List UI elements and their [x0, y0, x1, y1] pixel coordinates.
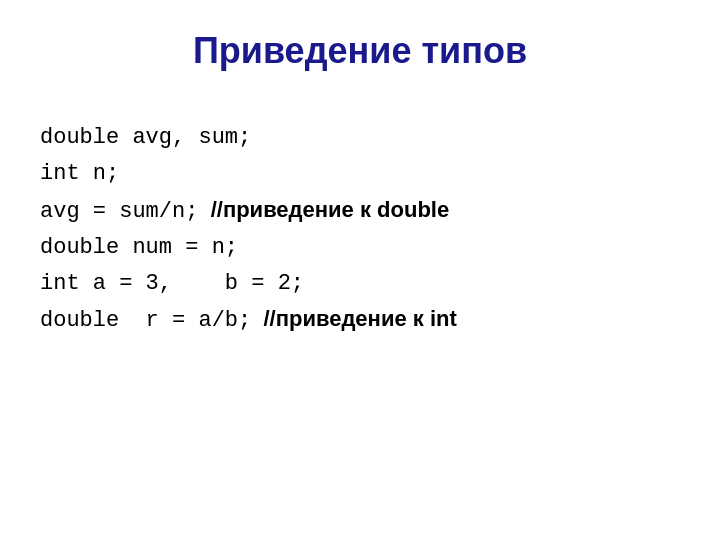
code-comment-6: //приведение к int: [251, 303, 457, 335]
slide-title: Приведение типов: [40, 30, 680, 72]
code-mono-4: double num = n;: [40, 232, 238, 264]
slide: Приведение типов double avg, sum; int n;…: [0, 0, 720, 540]
code-line-5: int a = 3, b = 2;: [40, 268, 457, 300]
code-line-6: double r = a/b; //приведение к int: [40, 303, 457, 337]
code-line-3: avg = sum/n; //приведение к double: [40, 194, 457, 228]
code-mono-2: int n;: [40, 158, 119, 190]
code-line-2: int n;: [40, 158, 457, 190]
code-comment-3: //приведение к double: [198, 194, 449, 226]
code-mono-5: int a = 3, b = 2;: [40, 268, 304, 300]
code-mono-1: double avg, sum;: [40, 122, 251, 154]
code-block: double avg, sum; int n; avg = sum/n; //п…: [40, 122, 457, 337]
code-line-1: double avg, sum;: [40, 122, 457, 154]
code-mono-6: double r = a/b;: [40, 305, 251, 337]
code-line-4: double num = n;: [40, 232, 457, 264]
code-mono-3: avg = sum/n;: [40, 196, 198, 228]
